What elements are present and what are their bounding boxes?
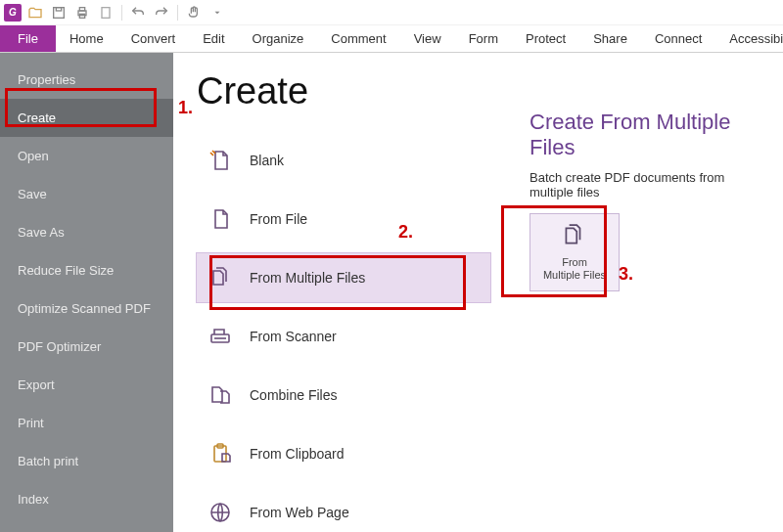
sidebar-item-create[interactable]: Create — [0, 99, 173, 137]
tab-comment[interactable]: Comment — [317, 25, 399, 52]
file-icon — [207, 206, 234, 232]
option-combine-files[interactable]: Combine Files — [197, 371, 490, 420]
multiple-files-icon — [207, 265, 234, 290]
redo-icon[interactable] — [152, 3, 171, 22]
panel-title: Create From Multiple Files — [530, 110, 760, 160]
print-icon[interactable] — [72, 3, 92, 22]
tab-home[interactable]: Home — [56, 25, 117, 52]
detail-panel: Create From Multiple Files Batch create … — [530, 70, 760, 514]
tab-convert[interactable]: Convert — [117, 25, 190, 52]
separator — [177, 5, 178, 21]
option-label: From Clipboard — [250, 446, 344, 462]
sidebar-item-optimize-scanned-pdf[interactable]: Optimize Scanned PDF — [0, 289, 173, 328]
tab-form[interactable]: Form — [455, 25, 512, 52]
sidebar-item-open[interactable]: Open — [0, 137, 173, 175]
sidebar-item-export[interactable]: Export — [0, 366, 173, 404]
sidebar-item-properties[interactable]: Properties — [0, 61, 173, 99]
sidebar-item-pdf-optimizer[interactable]: PDF Optimizer — [0, 328, 173, 366]
tab-view[interactable]: View — [400, 25, 455, 52]
undo-icon[interactable] — [128, 3, 148, 22]
svg-rect-0 — [54, 7, 65, 18]
panel-description: Batch create PDF documents from multiple… — [530, 170, 760, 200]
option-from-file[interactable]: From File — [197, 195, 490, 244]
option-label: From Web Page — [250, 505, 349, 520]
tab-edit[interactable]: Edit — [189, 25, 238, 52]
quick-access-toolbar: G — [0, 0, 783, 25]
tab-share[interactable]: Share — [579, 25, 641, 52]
blank-doc-icon[interactable] — [96, 3, 115, 22]
sidebar-item-save-as[interactable]: Save As — [0, 213, 173, 251]
option-label: From Multiple Files — [250, 270, 365, 286]
save-icon[interactable] — [49, 3, 69, 22]
option-label: Combine Files — [250, 387, 337, 403]
page-title: Create — [197, 70, 490, 112]
option-blank[interactable]: Blank — [197, 136, 490, 185]
sidebar-item-batch-print[interactable]: Batch print — [0, 442, 173, 480]
content-area: Create Blank From File From Multiple Fil… — [173, 53, 783, 532]
main-area: Properties Create Open Save Save As Redu… — [0, 53, 783, 532]
scanner-icon — [207, 324, 234, 349]
tab-protect[interactable]: Protect — [512, 25, 579, 52]
multiple-files-icon — [560, 223, 589, 250]
option-label: From File — [250, 211, 307, 227]
svg-rect-1 — [56, 7, 61, 10]
file-menu-sidebar: Properties Create Open Save Save As Redu… — [0, 53, 173, 532]
tab-organize[interactable]: Organize — [239, 25, 318, 52]
svg-rect-5 — [102, 7, 110, 18]
create-options-column: Create Blank From File From Multiple Fil… — [197, 70, 490, 514]
open-icon[interactable] — [25, 3, 45, 22]
option-from-clipboard[interactable]: From Clipboard — [197, 429, 490, 478]
sidebar-item-close[interactable]: Close — [0, 518, 173, 532]
option-from-scanner[interactable]: From Scanner — [197, 312, 490, 361]
option-label: Blank — [250, 153, 284, 168]
option-from-web-page[interactable]: From Web Page — [197, 488, 490, 532]
combine-files-icon — [207, 382, 234, 408]
svg-rect-3 — [79, 7, 84, 10]
sidebar-item-reduce-file-size[interactable]: Reduce File Size — [0, 251, 173, 289]
option-label: From Scanner — [250, 329, 337, 344]
dropdown-icon[interactable] — [207, 3, 227, 22]
sidebar-item-print[interactable]: Print — [0, 404, 173, 442]
sidebar-item-save[interactable]: Save — [0, 175, 173, 213]
tab-connect[interactable]: Connect — [641, 25, 715, 52]
sidebar-item-index[interactable]: Index — [0, 480, 173, 518]
globe-icon — [207, 500, 234, 525]
tile-from-multiple-files[interactable]: FromMultiple Files — [530, 213, 620, 291]
ribbon-tabs: File Home Convert Edit Organize Comment … — [0, 25, 783, 53]
tile-label: FromMultiple Files — [543, 256, 606, 282]
tab-file[interactable]: File — [0, 25, 56, 52]
option-from-multiple-files[interactable]: From Multiple Files — [197, 253, 490, 302]
app-logo-icon: G — [4, 4, 22, 22]
tab-accessibility[interactable]: Accessibility — [715, 25, 783, 52]
blank-page-icon — [207, 148, 234, 173]
hand-tool-icon[interactable] — [184, 3, 204, 22]
clipboard-icon — [207, 441, 234, 466]
separator — [121, 5, 122, 21]
